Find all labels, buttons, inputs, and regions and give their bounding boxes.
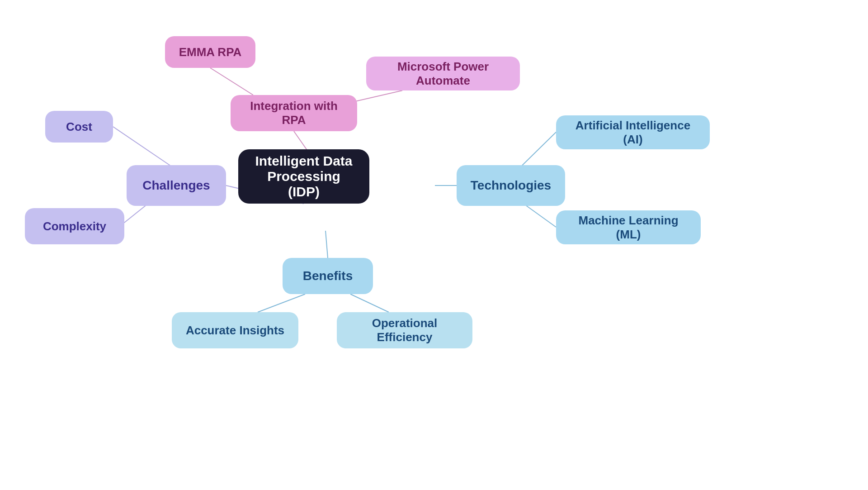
cost-node: Cost [45,111,113,143]
ml-node: Machine Learning (ML) [556,210,701,244]
technologies-node: Technologies [457,165,565,206]
center-label: Intelligent Data Processing (IDP) [251,153,357,200]
svg-line-4 [210,68,253,95]
svg-line-10 [258,294,305,312]
emma-node: EMMA RPA [165,36,255,68]
microsoft-label: Microsoft Power Automate [379,60,507,88]
complexity-label: Complexity [43,219,106,233]
accurate-label: Accurate Insights [186,323,284,338]
complexity-node: Complexity [25,208,124,244]
center-node: Intelligent Data Processing (IDP) [238,149,369,204]
challenges-label: Challenges [142,178,210,193]
cost-label: Cost [66,120,92,134]
integration-label: Integration with RPA [243,99,344,127]
integration-node: Integration with RPA [231,95,357,131]
emma-label: EMMA RPA [179,45,242,59]
benefits-node: Benefits [283,258,373,294]
accurate-node: Accurate Insights [172,312,298,348]
benefits-label: Benefits [303,269,353,283]
operational-node: Operational Efficiency [337,312,472,348]
technologies-label: Technologies [471,178,551,193]
operational-label: Operational Efficiency [349,316,460,344]
svg-line-11 [350,294,389,312]
ml-label: Machine Learning (ML) [569,214,688,242]
ai-label: Artificial Intelligence (AI) [569,119,697,147]
microsoft-node: Microsoft Power Automate [366,57,520,90]
svg-line-1 [113,127,176,170]
ai-node: Artificial Intelligence (AI) [556,115,710,149]
svg-line-9 [326,231,328,258]
challenges-node: Challenges [127,165,226,206]
